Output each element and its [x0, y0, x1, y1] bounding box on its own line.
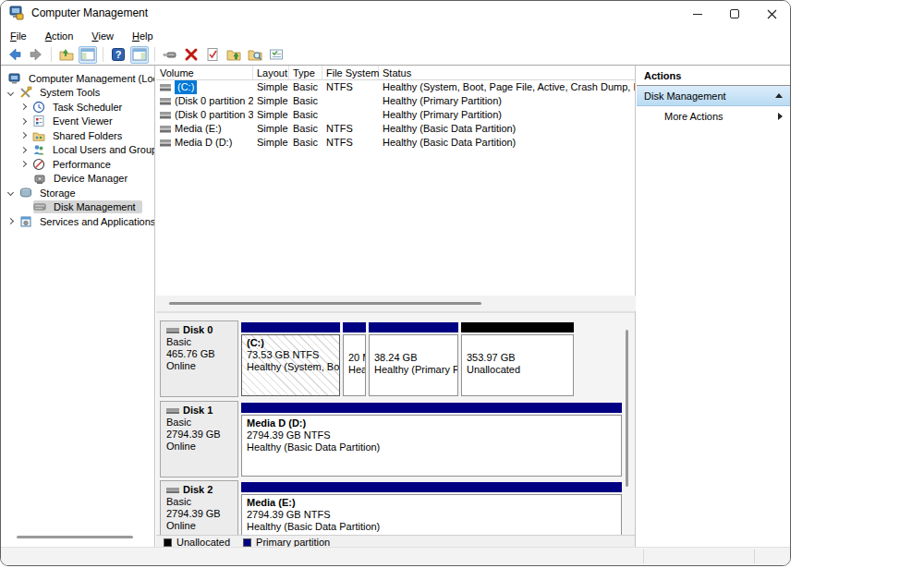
partition-media-d[interactable]: Media D (D:) 2794.39 GB NTFS Healthy (Ba…: [241, 401, 622, 477]
graphical-view-vertical-scrollbar[interactable]: [626, 330, 628, 487]
tree-item-device-manager[interactable]: Device Manager: [1, 172, 154, 187]
volume-type: Basic: [289, 122, 322, 136]
disk-size: 465.76 GB: [166, 348, 232, 360]
back-button[interactable]: [6, 46, 24, 64]
volume-name: Media (E:): [175, 122, 222, 136]
volume-row-disk0-partition3[interactable]: (Disk 0 partition 3) Simple Basic Health…: [156, 108, 635, 122]
volume-list: Volume Layout Type File System Status (C…: [156, 66, 635, 296]
minimize-button[interactable]: [679, 1, 716, 27]
scrollbar-thumb[interactable]: [169, 302, 481, 305]
disk-1-info[interactable]: Disk 1 Basic 2794.39 GB Online: [160, 401, 238, 477]
show-hide-action-pane-button[interactable]: [130, 46, 149, 64]
title-bar[interactable]: Computer Management: [1, 1, 790, 27]
menu-help[interactable]: Help: [132, 30, 153, 42]
volume-row-c[interactable]: (C:) Simple Basic NTFS Healthy (System, …: [156, 80, 635, 94]
tree-item-shared-folders[interactable]: Shared Folders: [1, 128, 154, 143]
tool-button[interactable]: [161, 46, 179, 64]
disk-type: Basic: [166, 496, 232, 508]
help-button[interactable]: ?: [109, 46, 128, 64]
disk-2-info[interactable]: Disk 2 Basic 2794.39 GB Online: [160, 480, 238, 535]
disk-size: 2794.39 GB: [166, 429, 232, 441]
tree-item-event-viewer[interactable]: Event Viewer: [1, 115, 154, 129]
actions-group-disk-management[interactable]: Disk Management: [637, 86, 790, 106]
volume-row-media-d[interactable]: Media D (D:) Simple Basic NTFS Healthy (…: [156, 136, 635, 150]
disk-state: Online: [166, 360, 232, 372]
console-tree-pane: Computer Management (Local) System Tools…: [1, 66, 155, 548]
chevron-right-icon[interactable]: [20, 147, 27, 153]
volume-row-media-e[interactable]: Media (E:) Simple Basic NTFS Healthy (Ba…: [156, 122, 635, 136]
partition-c[interactable]: (C:) 73.53 GB NTFS Healthy (System, Boot…: [241, 320, 340, 397]
up-one-level-icon: [59, 47, 74, 62]
close-icon: [767, 9, 777, 19]
volume-name: Media D (D:): [175, 136, 232, 150]
chevron-right-icon[interactable]: [20, 132, 27, 139]
menu-action[interactable]: Action: [45, 30, 74, 42]
shared-folder-icon: [32, 129, 45, 142]
volume-row-disk0-partition2[interactable]: (Disk 0 partition 2) Simple Basic Health…: [156, 94, 635, 108]
volume-type: Basic: [289, 108, 322, 122]
actions-group-label: Disk Management: [644, 91, 775, 102]
close-button[interactable]: [753, 1, 790, 27]
tree-item-storage[interactable]: Storage: [1, 186, 154, 200]
maximize-button[interactable]: [716, 1, 753, 27]
disk-management-pane: Volume Layout Type File System Status (C…: [156, 66, 636, 548]
volume-status: Healthy (Basic Data Partition): [379, 122, 635, 136]
chevron-down-icon[interactable]: [7, 90, 14, 96]
properties-button[interactable]: [267, 46, 286, 64]
maximize-icon: [730, 9, 739, 18]
tree-item-services-and-applications[interactable]: Services and Applications: [1, 214, 154, 229]
volume-icon: [160, 112, 171, 119]
chevron-right-icon[interactable]: [20, 161, 27, 167]
partition-unallocated[interactable]: 353.97 GB Unallocated: [461, 320, 574, 397]
tree-item-label: Event Viewer: [50, 115, 116, 127]
volume-layout: Simple: [253, 94, 289, 108]
up-one-level-button[interactable]: [57, 46, 76, 64]
tree-item-local-users-and-groups[interactable]: Local Users and Groups: [1, 143, 154, 158]
show-hide-console-tree-button[interactable]: [79, 46, 97, 64]
explore-folder-button[interactable]: [246, 46, 264, 64]
column-header-status[interactable]: Status: [379, 66, 635, 80]
more-actions-item[interactable]: More Actions: [637, 106, 790, 126]
tree-item-disk-management[interactable]: Disk Management: [1, 200, 154, 215]
column-header-layout[interactable]: Layout: [253, 66, 289, 80]
tree-item-label: Disk Management: [51, 201, 139, 212]
column-header-file-system[interactable]: File System: [322, 66, 379, 80]
volume-name: (Disk 0 partition 3): [175, 108, 253, 122]
computer-icon: [8, 72, 21, 85]
partition-status: Healthy (Primary Partition): [374, 364, 453, 376]
chevron-down-icon[interactable]: [7, 189, 14, 196]
delete-volume-button[interactable]: [182, 46, 201, 64]
column-header-volume[interactable]: Volume: [156, 66, 253, 80]
disk-name: Disk 1: [183, 405, 213, 417]
partition-disk0-p2[interactable]: 20 MB Healthy (Primary Partition): [343, 320, 366, 397]
tree-item-system-tools[interactable]: System Tools: [1, 86, 154, 101]
collapse-icon[interactable]: [775, 93, 783, 98]
partition-media-e[interactable]: Media (E:) 2794.39 GB NTFS Healthy (Basi…: [241, 480, 622, 535]
change-drive-letter-button[interactable]: [225, 46, 243, 64]
chevron-right-icon[interactable]: [20, 118, 27, 125]
forward-icon: [29, 47, 43, 62]
back-icon: [7, 47, 22, 62]
volume-list-horizontal-scrollbar[interactable]: [156, 296, 621, 311]
mark-partition-active-button[interactable]: [203, 46, 222, 64]
forward-button[interactable]: [27, 46, 45, 64]
column-header-type[interactable]: Type: [289, 66, 322, 80]
status-bar-separator: [643, 550, 644, 563]
partition-disk0-p3[interactable]: 38.24 GB Healthy (Primary Partition): [369, 320, 458, 397]
disk-0-info[interactable]: Disk 0 Basic 465.76 GB Online: [160, 320, 238, 397]
tree-item-computer-management[interactable]: Computer Management (Local): [1, 71, 154, 86]
chevron-right-icon[interactable]: [7, 218, 14, 224]
menu-file[interactable]: File: [10, 30, 27, 42]
volume-fs: NTFS: [322, 80, 379, 94]
menu-view[interactable]: View: [91, 30, 114, 42]
tree-item-performance[interactable]: Performance: [1, 157, 154, 172]
chevron-right-icon[interactable]: [20, 103, 27, 110]
partition-label: Media (E:): [247, 497, 616, 509]
tree-horizontal-scrollbar[interactable]: [17, 536, 133, 538]
tree-item-task-scheduler[interactable]: Task Scheduler: [1, 100, 154, 115]
volume-list-header: Volume Layout Type File System Status: [156, 66, 635, 80]
show-hide-action-pane-icon: [132, 47, 147, 62]
folder-up-arrow-icon: [226, 47, 241, 62]
tree-item-label: System Tools: [37, 87, 103, 98]
disk-state: Online: [166, 441, 232, 453]
